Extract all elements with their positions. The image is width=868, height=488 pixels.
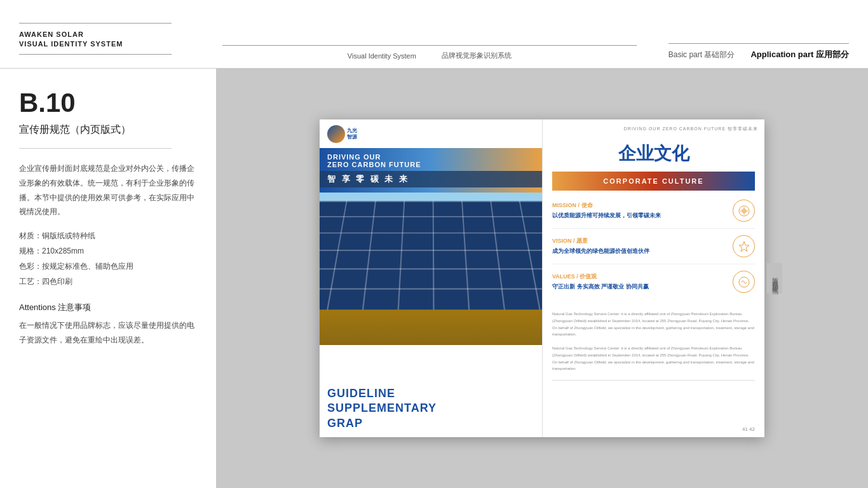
logo-bottom-line [19, 54, 172, 55]
culture-items: MISSION / 使命 以优质能源升维可持续发展，引领零碳未来 [543, 193, 764, 306]
solar-photo: DRIVING OUR ZERO CARBON FUTURE 智 享 零 碳 未… [320, 148, 542, 345]
attentions-title: Attentions 注意事项 [19, 302, 197, 313]
top-header: AWAKEN SOLAR VISUAL IDENTITY SYSTEM Visu… [0, 0, 868, 69]
guideline-line1: GUIDELINE [327, 386, 437, 401]
desc-text-repeat: Natural Gas Technology Service Center: i… [552, 345, 755, 372]
values-label: VALUES / 价值观 [552, 273, 728, 281]
mission-label: MISSION / 使命 [552, 201, 728, 210]
vision-icon [733, 235, 755, 257]
driving-zh-bar: 智 享 零 碳 未 来 [320, 171, 542, 187]
brand-logo-text: 九光智源 [347, 128, 357, 140]
values-item: VALUES / 价值观 守正出新 务实高效 严谨敬业 协同共赢 [552, 271, 755, 293]
right-panel: 九光智源 DRIVING OUR ZERO CARBON FUTURE 智 享 … [216, 69, 868, 488]
qiye-wenhua-title: 企业文化 [543, 139, 764, 169]
nav-top-line [222, 45, 637, 46]
bottom-divider [552, 380, 755, 381]
qiye-text: 企业文化 [618, 144, 689, 163]
nav-basic[interactable]: Basic part 基础部分 [668, 50, 735, 60]
driving-banner: DRIVING OUR ZERO CARBON FUTURE 智 享 零 碳 未… [320, 148, 542, 193]
logo-area: AWAKEN SOLAR VISUAL IDENTITY SYSTEM [19, 13, 222, 54]
nav-application[interactable]: Application part 应用部分 [750, 49, 849, 60]
section-number: B.10 [19, 88, 197, 118]
mission-icon [733, 200, 755, 222]
corporate-culture-bar: CORPORATE CULTURE [552, 172, 755, 191]
svg-marker-2 [739, 241, 749, 252]
nav-label-zh[interactable]: 品牌视觉形象识别系统 [442, 51, 512, 60]
section-desc: 企业宣传册封面封底规范是企业对外内公关，传播企业形象的有效载体。统一规范，有利于… [19, 161, 197, 219]
right-nav: Basic part 基础部分 Application part 应用部分 [668, 0, 849, 68]
brochure-spread: 九光智源 DRIVING OUR ZERO CARBON FUTURE 智 享 … [320, 119, 764, 437]
brochure-left-page: 九光智源 DRIVING OUR ZERO CARBON FUTURE 智 享 … [320, 119, 542, 437]
side-tab: 版面自视觉印象规范 [767, 263, 782, 294]
vision-text: VISION / 愿景 成为全球领先的绿色能源价值创造伙伴 [552, 237, 728, 255]
vision-label: VISION / 愿景 [552, 237, 728, 245]
desc-text: Natural Gas Technology Service Center: i… [552, 311, 755, 338]
attentions-desc: 在一般情况下使用品牌标志，应该尽量使用提供的电子资源文件，避免在重绘中出现误差。 [19, 318, 197, 348]
corporate-culture-text: CORPORATE CULTURE [603, 177, 703, 185]
values-icon [733, 271, 755, 293]
nav-row: Visual Identity System 品牌视觉形象识别系统 [348, 51, 512, 60]
spec-craft: 工艺：四色印刷 [19, 274, 197, 289]
guideline-box: GUIDELINE SUPPLEMENTARY GRAP [320, 380, 542, 437]
right-header-text: DRIVING OUR ZERO CARBON FUTURE 智享零碳未来 [624, 126, 758, 132]
vision-item: VISION / 愿景 成为全球领先的绿色能源价值创造伙伴 [552, 235, 755, 264]
vision-desc: 成为全球领先的绿色能源价值创造伙伴 [552, 247, 728, 255]
brochure-logo-header: 九光智源 [320, 119, 542, 148]
spec-color: 色彩：按规定标准色、辅助色应用 [19, 259, 197, 274]
logo-title-line1: AWAKEN SOLAR [19, 30, 222, 39]
page-numbers: 41 42 [742, 426, 755, 432]
brand-logo-icon [327, 125, 345, 143]
main-content: B.10 宣传册规范（内页版式） 企业宣传册封面封底规范是企业对外内公关，传播企… [0, 69, 868, 488]
guideline-line3: GRAP [327, 416, 437, 431]
spec-material: 材质：铜版纸或特种纸 [19, 228, 197, 243]
mission-text: MISSION / 使命 以优质能源升维可持续发展，引领零碳未来 [552, 201, 728, 220]
left-panel: B.10 宣传册规范（内页版式） 企业宣传册封面封底规范是企业对外内公关，传播企… [0, 69, 216, 488]
center-nav: Visual Identity System 品牌视觉形象识别系统 [222, 0, 637, 68]
mission-item: MISSION / 使命 以优质能源升维可持续发展，引领零碳未来 [552, 200, 755, 229]
driving-en-line2: ZERO CARBON FUTURE [327, 161, 534, 168]
guideline-text: GUIDELINE SUPPLEMENTARY GRAP [327, 386, 437, 431]
solar-panels [320, 201, 542, 309]
section-title: 宣传册规范（内页版式） [19, 123, 197, 137]
brand-logo: 九光智源 [327, 125, 365, 144]
right-nav-line [668, 43, 849, 44]
right-page-header: DRIVING OUR ZERO CARBON FUTURE 智享零碳未来 [543, 119, 764, 139]
values-desc: 守正出新 务实高效 严谨敬业 协同共赢 [552, 283, 728, 291]
nav-label-en[interactable]: Visual Identity System [348, 52, 416, 60]
spec-size: 规格：210x285mm [19, 243, 197, 259]
logo-top-line [19, 23, 172, 24]
driving-zh: 智 享 零 碳 未 来 [327, 173, 534, 185]
logo-title-line2: VISUAL IDENTITY SYSTEM [19, 40, 222, 48]
desc-text-area: Natural Gas Technology Service Center: i… [543, 306, 764, 377]
section-divider [19, 148, 172, 149]
driving-en-line1: DRIVING OUR [327, 153, 534, 161]
guideline-line2: SUPPLEMENTARY [327, 401, 437, 416]
values-text: VALUES / 价值观 守正出新 务实高效 严谨敬业 协同共赢 [552, 273, 728, 291]
right-nav-row: Basic part 基础部分 Application part 应用部分 [668, 49, 849, 60]
mission-desc: 以优质能源升维可持续发展，引领零碳未来 [552, 212, 728, 220]
brochure-right-page: DRIVING OUR ZERO CARBON FUTURE 智享零碳未来 企业… [542, 119, 764, 437]
